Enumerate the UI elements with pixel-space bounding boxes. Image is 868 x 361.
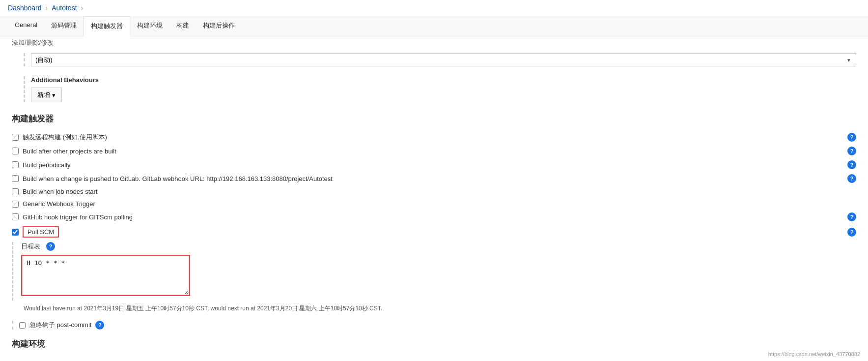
help-icon-schedule[interactable]: ? <box>46 242 55 251</box>
schedule-label-row: 日程表 ? <box>21 242 868 251</box>
help-icon-after-other[interactable]: ? <box>847 147 856 155</box>
trigger-label-periodically: Build periodically <box>23 161 843 169</box>
trigger-row-remote: 触发远程构建 (例如,使用脚本) ? <box>12 130 856 144</box>
additional-behaviours-label: Additional Behaviours <box>31 76 856 84</box>
trigger-checkbox-webhook[interactable] <box>12 201 19 208</box>
source-label: 添加/删除/修改 <box>0 36 868 49</box>
trigger-label-remote: 触发远程构建 (例如,使用脚本) <box>23 133 843 142</box>
help-icon-gitlab[interactable]: ? <box>847 174 856 183</box>
trigger-label-webhook: Generic Webhook Trigger <box>23 200 856 208</box>
tab-post[interactable]: 构建后操作 <box>196 16 242 36</box>
dropdown-arrow-icon: ▾ <box>52 91 56 99</box>
triggers-section: 触发远程构建 (例如,使用脚本) ? Build after other pro… <box>0 128 868 242</box>
breadcrumb-bar: Dashboard › Autotest › <box>0 0 868 16</box>
add-label: 新增 <box>37 90 50 99</box>
trigger-row-webhook: Generic Webhook Trigger <box>12 198 856 210</box>
add-button[interactable]: 新增 ▾ <box>31 88 62 102</box>
schedule-textarea[interactable]: H 10 * * * <box>22 256 189 295</box>
schedule-textarea-wrapper: H 10 * * * <box>21 255 190 296</box>
construct-env-title: 构建环境 <box>0 333 868 355</box>
breadcrumb-autotest[interactable]: Autotest <box>52 4 77 12</box>
trigger-checkbox-poll-scm[interactable] <box>12 229 19 236</box>
trigger-row-poll-scm: Poll SCM ? <box>12 224 856 240</box>
help-icon-remote[interactable]: ? <box>847 133 856 142</box>
tab-general[interactable]: General <box>8 16 44 36</box>
trigger-row-after-other: Build after other projects are built ? <box>12 144 856 158</box>
trigger-row-job-nodes: Build when job nodes start <box>12 185 856 198</box>
trigger-label-job-nodes: Build when job nodes start <box>23 188 856 195</box>
breadcrumb-sep2: › <box>81 4 84 12</box>
trigger-checkbox-remote[interactable] <box>12 134 19 141</box>
trigger-label-github-hook: GitHub hook trigger for GITScm polling <box>23 213 843 221</box>
schedule-info: Would last have run at 2021年3月19日 星期五 上午… <box>12 301 868 317</box>
trigger-row-gitlab: Build when a change is pushed to GitLab.… <box>12 172 856 185</box>
trigger-label-gitlab: Build when a change is pushed to GitLab.… <box>23 175 843 182</box>
trigger-checkbox-periodically[interactable] <box>12 161 19 168</box>
section-title-triggers: 构建触发器 <box>0 106 868 128</box>
schedule-block: 日程表 ? H 10 * * * <box>12 242 868 301</box>
ignore-label: 忽略钩子 post-commit <box>29 321 91 330</box>
tab-bar: General 源码管理 构建触发器 构建环境 构建 构建后操作 <box>0 16 868 36</box>
poll-scm-label: Poll SCM <box>23 226 59 238</box>
help-icon-poll-scm[interactable]: ? <box>847 228 856 237</box>
trigger-checkbox-github-hook[interactable] <box>12 213 19 220</box>
auto-select[interactable]: (自动) <box>31 53 856 66</box>
trigger-row-github-hook: GitHub hook trigger for GITScm polling ? <box>12 210 856 224</box>
ignore-checkbox[interactable] <box>19 322 26 329</box>
main-content: 添加/删除/修改 (自动) Additional Behaviours 新增 ▾… <box>0 36 868 361</box>
auto-select-wrapper: (自动) <box>31 53 856 66</box>
trigger-row-periodically: Build periodically ? <box>12 158 856 172</box>
help-icon-periodically[interactable]: ? <box>847 160 856 169</box>
behaviours-indent: Additional Behaviours 新增 ▾ <box>24 76 856 102</box>
schedule-label: 日程表 <box>21 242 40 251</box>
ignore-row: 忽略钩子 post-commit ? <box>0 317 868 333</box>
breadcrumb-sep1: › <box>46 4 48 12</box>
auto-select-row: (自动) <box>0 49 868 70</box>
tab-build[interactable]: 构建 <box>169 16 196 36</box>
tab-triggers[interactable]: 构建触发器 <box>84 16 130 36</box>
tab-scm[interactable]: 源码管理 <box>44 16 84 36</box>
help-icon-ignore[interactable]: ? <box>95 321 104 330</box>
tab-env[interactable]: 构建环境 <box>130 16 169 36</box>
watermark: https://blog.csdn.net/weixin_43770882 <box>768 351 860 357</box>
additional-behaviours: Additional Behaviours 新增 ▾ <box>0 70 868 106</box>
trigger-checkbox-after-other[interactable] <box>12 148 19 154</box>
ignore-indent: 忽略钩子 post-commit ? <box>12 321 104 330</box>
indent-block: (自动) <box>24 53 856 66</box>
help-icon-github-hook[interactable]: ? <box>847 212 856 221</box>
breadcrumb-dashboard[interactable]: Dashboard <box>8 4 42 12</box>
trigger-checkbox-job-nodes[interactable] <box>12 188 19 195</box>
trigger-label-after-other: Build after other projects are built <box>23 148 843 155</box>
trigger-checkbox-gitlab[interactable] <box>12 175 19 182</box>
